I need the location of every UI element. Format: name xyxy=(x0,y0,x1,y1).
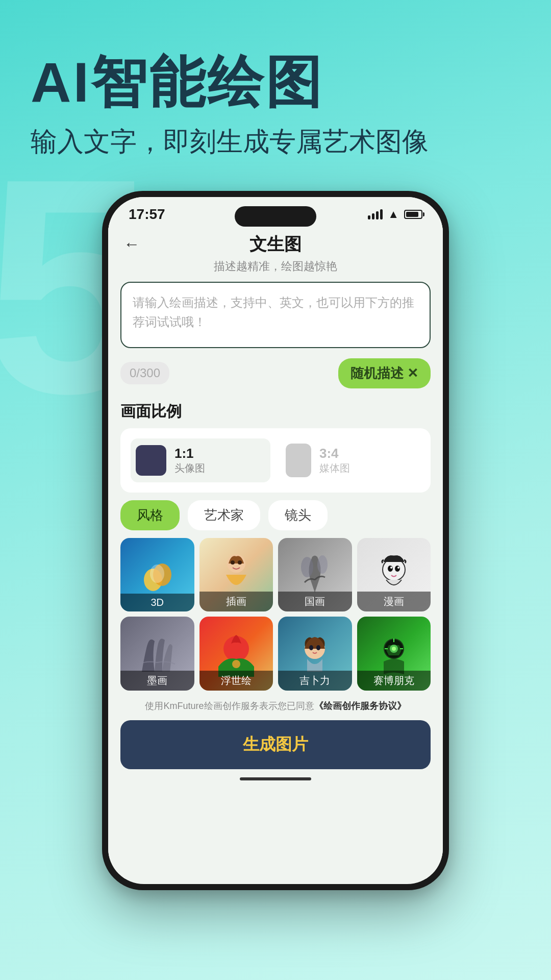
page-subtitle: 描述越精准，绘图越惊艳 xyxy=(108,259,443,274)
app-content: ← 文生图 描述越精准，绘图越惊艳 请输入绘画描述，支持中、英文，也可以用下方的… xyxy=(108,228,443,879)
svg-point-16 xyxy=(309,645,313,650)
style-item-illust[interactable]: 插画 xyxy=(199,538,273,612)
style-label-3d: 3D xyxy=(120,594,194,611)
terms-text: 使用KmFuture绘画创作服务表示您已同意《绘画创作服务协议》 xyxy=(108,696,443,716)
style-label-mohua: 墨画 xyxy=(120,671,194,691)
ratio-selector: 1:1 头像图 3:4 媒体图 xyxy=(120,428,431,493)
style-item-cyber[interactable]: 赛博朋克 xyxy=(357,617,431,691)
home-indicator xyxy=(240,777,311,780)
svg-point-4 xyxy=(231,560,235,565)
svg-point-6 xyxy=(301,557,313,577)
tab-artist[interactable]: 艺术家 xyxy=(188,500,260,530)
style-item-manga[interactable]: 漫画 xyxy=(357,538,431,612)
style-label-guohua: 国画 xyxy=(278,592,352,611)
style-tabs: 风格 艺术家 镜头 xyxy=(108,500,443,538)
wifi-icon: ▲ xyxy=(388,208,399,221)
nav-bar: ← 文生图 xyxy=(108,228,443,259)
ratio-option-3-4[interactable]: 3:4 媒体图 xyxy=(281,438,420,482)
terms-link[interactable]: 《绘画创作服务协议》 xyxy=(314,701,406,711)
page-title: 文生图 xyxy=(249,233,302,256)
terms-prefix: 使用KmFuture绘画创作服务表示您已同意 xyxy=(145,701,314,711)
svg-point-12 xyxy=(397,567,399,569)
main-title: AI智能绘图 xyxy=(31,51,520,113)
tab-lens[interactable]: 镜头 xyxy=(268,500,328,530)
ratio-value-3-4: 3:4 xyxy=(319,446,350,461)
style-label-illust: 插画 xyxy=(199,592,273,611)
svg-point-17 xyxy=(316,645,320,650)
text-input-box[interactable]: 请输入绘画描述，支持中、英文，也可以用下方的推荐词试试哦！ xyxy=(120,282,431,348)
ratio-name-1-1: 头像图 xyxy=(174,461,205,475)
dynamic-island xyxy=(235,206,316,227)
generate-btn[interactable]: 生成图片 xyxy=(120,720,431,769)
status-icons: ▲ xyxy=(368,208,422,221)
svg-point-2 xyxy=(150,565,164,583)
ratio-section-label: 画面比例 xyxy=(108,399,443,428)
svg-point-11 xyxy=(390,567,392,569)
style-item-3d[interactable]: 3D xyxy=(120,538,194,612)
ratio-info-3-4: 3:4 媒体图 xyxy=(319,446,350,475)
char-counter: 0/300 xyxy=(120,362,169,384)
header-section: AI智能绘图 输入文字，即刻生成专属艺术图像 xyxy=(0,0,551,181)
signal-icon xyxy=(368,209,383,219)
svg-point-21 xyxy=(392,647,396,651)
subtitle: 输入文字，即刻生成专属艺术图像 xyxy=(31,123,520,160)
input-section: 请输入绘画描述，支持中、英文，也可以用下方的推荐词试试哦！ xyxy=(108,282,443,348)
battery-icon xyxy=(404,210,422,219)
ratio-name-3-4: 媒体图 xyxy=(319,461,350,475)
style-item-guohua[interactable]: 国画 xyxy=(278,538,352,612)
phone-screen: 17:57 ▲ ← xyxy=(108,197,443,884)
svg-point-9 xyxy=(388,566,393,572)
style-label-ukiyoe: 浮世绘 xyxy=(199,671,273,691)
style-grid: 3D xyxy=(108,538,443,696)
ratio-thumb-portrait xyxy=(286,444,311,477)
phone-frame: 17:57 ▲ ← xyxy=(102,191,449,890)
style-item-ghibli[interactable]: 吉卜力 xyxy=(278,617,352,691)
ratio-thumb-square xyxy=(136,445,166,476)
style-label-cyber: 赛博朋克 xyxy=(357,671,431,691)
input-placeholder: 请输入绘画描述，支持中、英文，也可以用下方的推荐词试试哦！ xyxy=(133,293,418,332)
style-label-manga: 漫画 xyxy=(357,592,431,611)
phone-mockup: 17:57 ▲ ← xyxy=(0,191,551,890)
style-item-ukiyoe[interactable]: 浮世绘 xyxy=(199,617,273,691)
tab-style[interactable]: 风格 xyxy=(120,500,180,530)
back-button[interactable]: ← xyxy=(123,235,140,254)
ratio-info-1-1: 1:1 头像图 xyxy=(174,446,205,475)
svg-point-14 xyxy=(232,660,240,668)
style-item-mohua[interactable]: 墨画 xyxy=(120,617,194,691)
random-btn[interactable]: 随机描述 ✕ xyxy=(338,358,431,388)
svg-point-5 xyxy=(238,560,242,565)
ratio-option-1-1[interactable]: 1:1 头像图 xyxy=(131,438,270,482)
svg-point-10 xyxy=(395,566,400,572)
input-counter-row: 0/300 随机描述 ✕ xyxy=(108,353,443,394)
ratio-value-1-1: 1:1 xyxy=(174,446,205,461)
status-time: 17:57 xyxy=(129,206,165,223)
svg-point-7 xyxy=(317,555,328,574)
style-label-ghibli: 吉卜力 xyxy=(278,671,352,691)
